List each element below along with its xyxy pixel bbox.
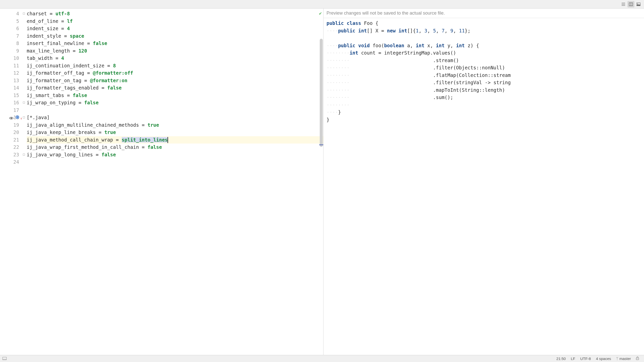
line-number[interactable]: 21 [0,136,19,144]
fold-marker[interactable] [23,102,25,104]
token: ········ [327,95,350,100]
preview-line: } [327,116,641,124]
view-preview-button[interactable] [635,1,642,8]
target-icon[interactable] [16,115,19,119]
indent-info[interactable]: 4 spaces [593,356,614,361]
token: ········ [327,50,350,56]
token: 1 [416,28,419,33]
line-number[interactable]: 10 [0,55,19,62]
code-line[interactable]: tab_width = 4 [27,55,323,62]
code-line[interactable] [27,158,323,166]
line-separator[interactable]: LF [568,356,578,361]
code-line[interactable]: indent_size = 4 [27,25,323,32]
lock-button[interactable] [633,356,641,361]
token: , [436,28,442,33]
token: 9 [450,28,453,33]
token: true [147,122,159,128]
code-line[interactable]: indent_style = space [27,32,323,40]
token: ij_java_align_multiline_chained_methods [27,122,139,128]
line-number[interactable]: 7 [0,32,19,40]
token: @formatter:on [90,78,128,83]
line-number[interactable]: 9 [0,47,19,55]
token: end_of_line [27,18,58,24]
code-line[interactable]: ij_formatter_tags_enabled = false [27,84,323,92]
svg-rect-7 [636,358,639,360]
line-number[interactable]: 20 [0,129,19,136]
preview-code[interactable]: public class Foo {····public int[] X = n… [324,18,644,355]
token: , [419,28,424,33]
code-line[interactable]: end_of_line = lf [27,18,323,25]
code-line[interactable]: [*.java] [27,114,323,121]
preview-line: ····} [327,109,641,116]
view-split-button[interactable] [627,1,634,8]
code-line[interactable]: ij_wrap_on_typing = false [27,99,323,107]
token: = [81,78,90,83]
branch-icon: ᛘ [616,356,619,361]
code-line[interactable] [27,107,323,114]
token: indent_style [27,33,61,39]
arrow-up-icon: ↑ [20,115,22,122]
token: .flatMap(Collection::stream [350,72,511,78]
line-number[interactable]: 24 [0,158,19,166]
line-number[interactable]: 6 [0,25,19,32]
line-number[interactable]: 15 [0,92,19,99]
gutter[interactable]: 456789101112131415161718↑192021222324 [0,9,25,355]
preview-line: ········ [327,101,641,109]
code-line[interactable]: ij_java_keep_line_breaks = true [27,129,323,136]
fold-marker[interactable] [23,116,25,118]
git-branch[interactable]: ᛘ master [614,356,633,361]
line-number[interactable]: 19 [0,121,19,129]
line-number[interactable]: 14 [0,84,19,92]
code-line[interactable]: ij_java_method_call_chain_wrap = split_i… [27,136,323,144]
view-list-button[interactable] [620,1,627,8]
token: tab_width [27,55,53,61]
line-number[interactable]: 12 [0,69,19,77]
preview-pane: Preview changes will not be saved to the… [323,9,644,355]
fold-marker[interactable] [23,13,25,15]
line-number[interactable]: 17 [0,107,19,114]
line-number[interactable]: 16 [0,99,19,107]
caret-position[interactable]: 21:50 [554,356,568,361]
code-line[interactable]: max_line_length = 120 [27,47,323,55]
token: lf [67,18,73,24]
token: = [93,152,101,157]
encoding[interactable]: UTF-8 [578,356,593,361]
code-line[interactable]: ij_java_wrap_first_method_in_call_chain … [27,144,323,151]
image-icon [636,3,640,6]
token: boolean [384,43,407,48]
code-line[interactable]: ij_formatter_on_tag = @formatter:on [27,77,323,84]
code-line[interactable]: ij_smart_tabs = false [27,92,323,99]
token: true [104,129,116,135]
line-number[interactable]: 8 [0,40,19,47]
code-area[interactable]: charset = utf-8end_of_line = lfindent_si… [25,9,323,355]
code-line[interactable]: insert_final_newline = false [27,40,323,47]
code-line[interactable]: ij_continuation_indent_size = 8 [27,62,323,70]
text-caret [168,137,168,143]
line-number[interactable]: 13 [0,77,19,84]
token: 4 [61,55,64,61]
line-number[interactable]: 4 [0,10,19,18]
token: foo( [373,43,384,48]
vertical-scrollbar[interactable] [320,39,323,147]
code-line[interactable]: ij_java_wrap_long_lines = false [27,151,323,159]
token: public int [338,28,367,33]
token: count = integerStringMap.values() [361,50,456,56]
token: utf-8 [55,11,70,16]
token: int [436,43,448,48]
editor-pane[interactable]: 456789101112131415161718↑192021222324 ch… [0,9,323,355]
line-number[interactable]: 5 [0,18,19,25]
line-number[interactable]: 22 [0,144,19,151]
code-line[interactable]: charset = utf-8 [27,10,323,18]
inspection-ok-icon[interactable]: ✔ [319,11,322,16]
token: int [416,43,427,48]
main-split: 456789101112131415161718↑192021222324 ch… [0,9,644,355]
tool-window-icon[interactable] [3,356,7,361]
eye-icon[interactable] [9,114,14,122]
code-line[interactable]: ij_java_align_multiline_chained_methods … [27,121,323,129]
fold-marker[interactable] [23,154,25,156]
line-number[interactable]: 11 [0,62,19,70]
line-number[interactable]: 23 [0,151,19,159]
token: 11 [459,28,465,33]
preview-line: public class Foo { [327,20,641,27]
code-line[interactable]: ij_formatter_off_tag = @formatter:off [27,69,323,77]
